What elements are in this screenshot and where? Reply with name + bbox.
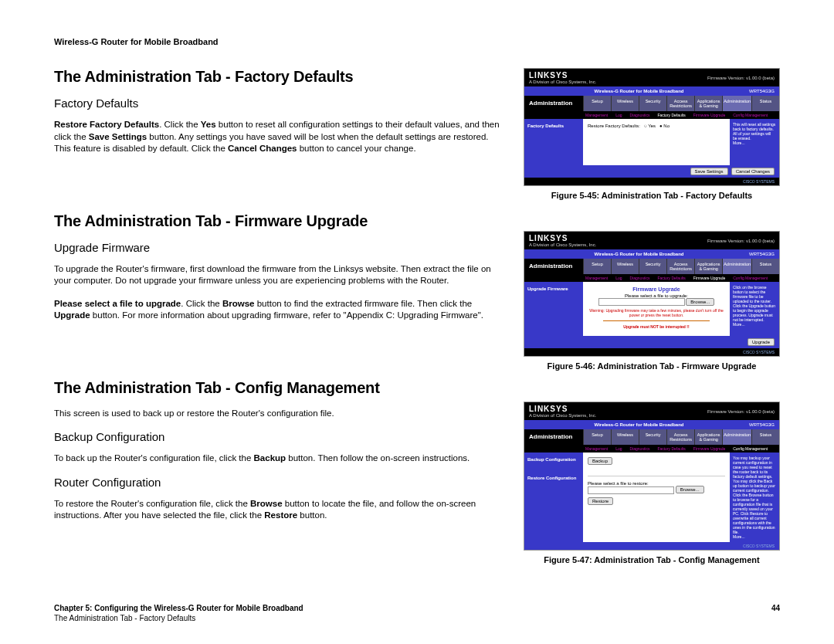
cisco-logo: CISCO SYSTEMS [524,542,779,550]
subtab-log[interactable]: Log [613,113,624,117]
browse-button[interactable]: Browse... [686,298,714,306]
paragraph-config-intro: This screen is used to back up or restor… [54,408,505,420]
logo-tagline: A Division of Cisco Systems, Inc. [529,80,596,84]
section-title-config: The Administration Tab - Config Manageme… [54,379,505,397]
doc-header: Wireless-G Router for Mobile Broadband [54,37,780,46]
subtab-management[interactable]: Management [583,113,610,117]
tab-security[interactable]: Security [639,259,666,274]
subheading-router-config: Router Configuration [54,476,505,489]
side-label-factory: Factory Defaults [524,119,583,165]
subtab-factory[interactable]: Factory Defaults [655,113,687,117]
backup-button[interactable]: Backup [588,457,612,465]
cisco-logo: CISCO SYSTEMS [524,178,779,185]
subtab-config[interactable]: Config Management [731,113,770,117]
subtab-log[interactable]: Log [613,276,624,280]
help-text-factory: This will reset all settings back to fac… [733,122,776,141]
subtab-diagnostics[interactable]: Diagnostics [628,276,653,280]
subtab-firmware[interactable]: Firmware Upgrade [691,113,727,117]
tab-apps[interactable]: Applications & Gaming [694,96,722,111]
tab-administration[interactable]: Administration [722,96,751,111]
tab-security[interactable]: Security [639,429,666,445]
logo-tagline: A Division of Cisco Systems, Inc. [529,413,596,418]
tab-wireless[interactable]: Wireless [611,429,639,445]
figure-caption-45: Figure 5-45: Administration Tab - Factor… [524,191,780,200]
subtab-firmware[interactable]: Firmware Upgrade [691,276,727,280]
firmware-upgrade-title: Firmware Upgrade [588,286,725,292]
save-settings-button[interactable]: Save Settings [690,168,728,175]
help-more-link[interactable]: More... [733,534,776,539]
model-number: WRT54G3G [749,422,775,427]
main-text-column: The Administration Tab - Factory Default… [54,68,505,595]
tab-setup[interactable]: Setup [583,96,611,111]
tab-setup[interactable]: Setup [583,429,611,445]
figure-caption-47: Figure 5-47: Administration Tab - Config… [524,555,780,564]
tab-access[interactable]: Access Restrictions [666,429,694,445]
no-interrupt-text: Upgrade must NOT be interrupted !! [588,324,725,329]
subtab-diagnostics[interactable]: Diagnostics [628,113,653,117]
figures-column: LINKSYS A Division of Cisco Systems, Inc… [524,68,780,595]
linksys-logo: LINKSYS [529,234,596,242]
tab-status[interactable]: Status [751,259,779,274]
footer-subline: The Administration Tab - Factory Default… [54,614,780,622]
paragraph-firmware-2: Please select a file to upgrade. Click t… [54,298,505,322]
subheading-factory: Factory Defaults [54,97,505,110]
product-title: Wireless-G Router for Mobile Broadband [595,89,684,93]
subtab-firmware[interactable]: Firmware Upgrade [691,446,727,451]
subheading-backup: Backup Configuration [54,430,505,443]
tab-security[interactable]: Security [639,96,666,111]
figure-5-46: LINKSYS A Division of Cisco Systems, Inc… [524,231,780,371]
subtab-factory[interactable]: Factory Defaults [655,276,687,280]
tab-status[interactable]: Status [751,429,779,445]
tab-setup[interactable]: Setup [583,259,611,274]
tab-administration[interactable]: Administration [722,259,751,274]
radio-yes[interactable]: Yes [648,124,656,128]
page-number: 44 [771,604,780,612]
subtab-config[interactable]: Config Management [731,446,770,451]
linksys-logo: LINKSYS [529,71,596,80]
model-number: WRT54G3G [749,89,775,93]
help-more-link[interactable]: More... [733,322,776,327]
tab-access[interactable]: Access Restrictions [666,259,694,274]
tab-status[interactable]: Status [751,96,779,111]
restore-file-input[interactable] [588,486,674,494]
firmware-version: Firmware Version: v1.00.0 (beta) [707,239,775,243]
radio-no[interactable]: No [663,124,670,128]
bold-text: Restore Factory Defaults [54,120,159,129]
upgrade-button[interactable]: Upgrade [748,338,775,346]
tab-apps[interactable]: Applications & Gaming [694,259,722,274]
restore-label: Restore Factory Defaults: [588,124,640,128]
side-label-backup: Backup Configuration [527,457,580,462]
admin-label: Administration [524,96,583,111]
firmware-version: Firmware Version: v1.00.0 (beta) [707,76,775,80]
tab-wireless[interactable]: Wireless [611,96,639,111]
subtab-config[interactable]: Config Management [731,276,770,280]
admin-label: Administration [524,259,583,274]
paragraph-restore: To restore the Router's configuration fi… [54,498,505,522]
cancel-changes-button[interactable]: Cancel Changes [731,168,775,175]
paragraph-factory: Restore Factory Defaults. Click the Yes … [54,119,505,155]
router-screenshot-firmware: LINKSYS A Division of Cisco Systems, Inc… [524,231,780,357]
help-text-config: You may backup your current configuratio… [733,456,776,534]
figure-5-45: LINKSYS A Division of Cisco Systems, Inc… [524,68,780,200]
warning-text: Warning: Upgrading firmware may take a f… [588,308,725,317]
tab-wireless[interactable]: Wireless [611,259,639,274]
subtab-management[interactable]: Management [583,446,610,451]
subheading-firmware: Upgrade Firmware [54,241,505,254]
tab-access[interactable]: Access Restrictions [666,96,694,111]
product-title: Wireless-G Router for Mobile Broadband [595,252,684,256]
subtab-diagnostics[interactable]: Diagnostics [628,446,653,451]
help-text-firmware: Click on the browse button to select the… [733,285,776,322]
tab-administration[interactable]: Administration [722,429,751,445]
file-path-input[interactable] [598,298,685,306]
section-title-factory: The Administration Tab - Factory Default… [54,68,505,86]
tab-apps[interactable]: Applications & Gaming [694,429,722,445]
router-screenshot-config: LINKSYS A Division of Cisco Systems, Inc… [524,402,780,551]
browse-button[interactable]: Browse... [676,486,704,493]
paragraph-firmware-1: To upgrade the Router's firmware, first … [54,263,505,287]
subtab-factory[interactable]: Factory Defaults [655,446,687,451]
subtab-log[interactable]: Log [613,446,624,451]
help-more-link[interactable]: More... [733,141,776,145]
subtab-management[interactable]: Management [583,276,610,280]
restore-button[interactable]: Restore [588,497,613,505]
page-footer: Chapter 5: Configuring the Wireless-G Ro… [54,604,780,622]
